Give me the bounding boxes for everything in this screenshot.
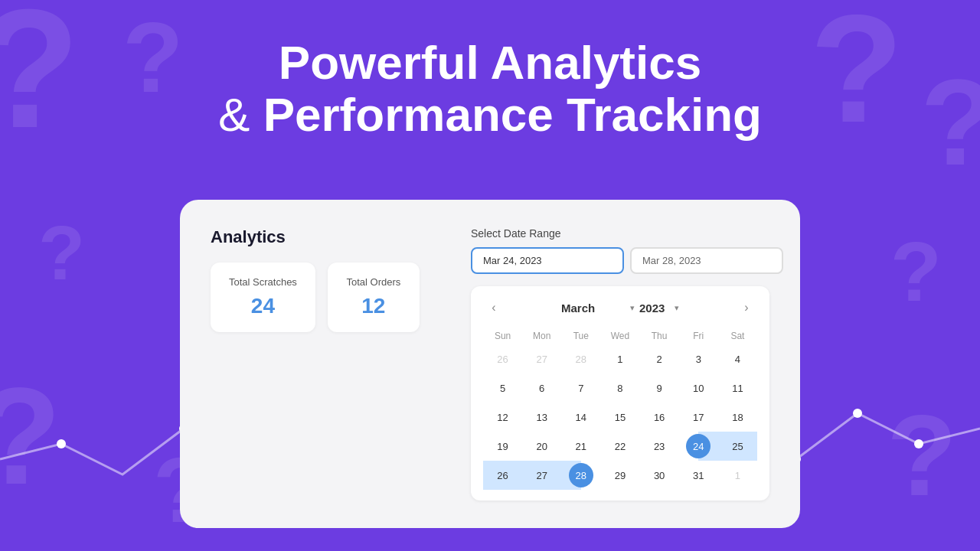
calendar-day-cell: 22 [600, 432, 639, 461]
month-select-wrap: January February March April May June Ju… [561, 302, 635, 315]
calendar-day-cell: 30 [640, 461, 679, 490]
hero-section: Powerful Analytics & Performance Trackin… [0, 0, 980, 141]
calendar-day[interactable]: 29 [608, 463, 632, 487]
calendar-day-cell: 15 [600, 403, 639, 432]
calendar-day-cell: 11 [718, 373, 757, 403]
calendar-day[interactable]: 25 [725, 434, 750, 458]
calendar-day-cell: 8 [600, 373, 639, 403]
calendar-day-cell: 18 [718, 403, 757, 432]
calendar-day[interactable]: 27 [530, 347, 554, 371]
prev-month-button[interactable]: ‹ [483, 297, 505, 318]
month-select[interactable]: January February March April May June Ju… [561, 302, 635, 315]
analytics-title: Analytics [211, 227, 425, 247]
calendar-day-cell: 14 [561, 403, 600, 432]
calendar-day[interactable]: 21 [569, 434, 593, 458]
date-start-input[interactable] [471, 247, 624, 274]
calendar-day[interactable]: 19 [491, 434, 515, 458]
calendar-day-cell: 16 [640, 403, 679, 432]
month-year-display: January February March April May June Ju… [561, 302, 679, 315]
svg-point-6 [853, 409, 862, 418]
year-select[interactable]: 2021 2022 2023 2024 [639, 302, 679, 315]
calendar-day[interactable]: 16 [647, 405, 671, 429]
stat-label-orders: Total Orders [346, 276, 401, 288]
hero-line1: Powerful Analytics [0, 37, 980, 89]
calendar-day[interactable]: 17 [686, 405, 710, 429]
calendar-day[interactable]: 11 [725, 376, 750, 400]
calendar-day[interactable]: 6 [530, 376, 554, 400]
stats-row: Total Scratches 24 Total Orders 12 [211, 262, 425, 332]
calendar-day-cell: 26 [483, 461, 522, 490]
calendar-header-row: Sun Mon Tue Wed Thu Fri Sat [483, 328, 757, 344]
calendar-day-cell: 12 [483, 403, 522, 432]
calendar-day[interactable]: 9 [647, 376, 671, 400]
calendar-day-cell: 29 [600, 461, 639, 490]
calendar-week-row: 2627281234 [483, 344, 757, 373]
calendar-day-cell: 28 [561, 344, 600, 373]
date-end-input[interactable] [630, 247, 783, 274]
calendar-day[interactable]: 23 [647, 434, 671, 458]
calendar-day[interactable]: 18 [725, 405, 750, 429]
calendar-day[interactable]: 10 [686, 376, 710, 400]
calendar-week-row: 2627282930311 [483, 461, 757, 490]
col-mon: Mon [522, 328, 561, 344]
calendar-day-cell: 27 [522, 461, 561, 490]
calendar-day[interactable]: 8 [608, 376, 632, 400]
calendar-day[interactable]: 1 [725, 463, 750, 487]
calendar-day[interactable]: 24 [686, 434, 710, 458]
calendar-grid: Sun Mon Tue Wed Thu Fri Sat 262728123456… [483, 328, 757, 490]
calendar-day-cell: 31 [679, 461, 718, 490]
col-thu: Thu [640, 328, 679, 344]
col-sun: Sun [483, 328, 522, 344]
calendar-day-cell: 4 [718, 344, 757, 373]
calendar-day[interactable]: 2 [647, 347, 671, 371]
stat-value-orders: 12 [346, 294, 401, 318]
calendar-day-cell: 25 [718, 432, 757, 461]
calendar-week-row: 12131415161718 [483, 403, 757, 432]
next-month-button[interactable]: › [736, 297, 757, 318]
calendar-day[interactable]: 14 [569, 405, 593, 429]
calendar-day[interactable]: 3 [686, 347, 710, 371]
calendar-week-row: 19202122232425 [483, 432, 757, 461]
hero-line2: & Performance Tracking [0, 89, 980, 141]
calendar-day-cell: 9 [640, 373, 679, 403]
calendar-day[interactable]: 13 [530, 405, 554, 429]
col-wed: Wed [600, 328, 639, 344]
calendar-day-cell: 5 [483, 373, 522, 403]
calendar-day-cell: 27 [522, 344, 561, 373]
calendar-day[interactable]: 26 [491, 463, 515, 487]
calendar-day-cell: 26 [483, 344, 522, 373]
date-inputs [471, 247, 769, 274]
stat-card-orders: Total Orders 12 [328, 262, 420, 332]
calendar-day[interactable]: 15 [608, 405, 632, 429]
calendar-day-cell: 3 [679, 344, 718, 373]
calendar-day[interactable]: 26 [491, 347, 515, 371]
calendar-day[interactable]: 31 [686, 463, 710, 487]
stat-card-scratches: Total Scratches 24 [211, 262, 315, 332]
calendar-section: Select Date Range ‹ January February Mar… [471, 227, 769, 500]
calendar-day[interactable]: 30 [647, 463, 671, 487]
main-card: Analytics Total Scratches 24 Total Order… [180, 200, 800, 528]
calendar-day[interactable]: 12 [491, 405, 515, 429]
calendar-day[interactable]: 4 [725, 347, 750, 371]
calendar-day[interactable]: 20 [530, 434, 554, 458]
calendar-day[interactable]: 27 [530, 463, 554, 487]
calendar-day[interactable]: 5 [491, 376, 515, 400]
calendar-day-cell: 20 [522, 432, 561, 461]
calendar-day[interactable]: 1 [608, 347, 632, 371]
svg-point-0 [57, 439, 66, 448]
calendar-widget: ‹ January February March April May June … [471, 286, 769, 500]
stat-label-scratches: Total Scratches [229, 276, 297, 288]
col-sat: Sat [718, 328, 757, 344]
calendar-day-cell: 2 [640, 344, 679, 373]
calendar-day-cell: 13 [522, 403, 561, 432]
calendar-day[interactable]: 7 [569, 376, 593, 400]
calendar-day[interactable]: 28 [569, 463, 593, 487]
calendar-day-cell: 28 [561, 461, 600, 490]
calendar-day[interactable]: 22 [608, 434, 632, 458]
stat-value-scratches: 24 [229, 294, 297, 318]
calendar-day-cell: 24 [679, 432, 718, 461]
calendar-day[interactable]: 28 [569, 347, 593, 371]
calendar-day-cell: 1 [718, 461, 757, 490]
date-range-label: Select Date Range [471, 227, 769, 240]
calendar-day-cell: 6 [522, 373, 561, 403]
